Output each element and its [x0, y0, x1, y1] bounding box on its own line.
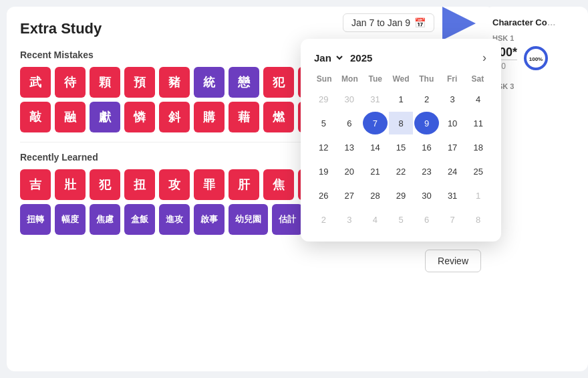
calendar-day-cell[interactable]: 16 [414, 136, 439, 159]
calendar-day-cell[interactable]: 5 [389, 208, 414, 231]
recently-learned-word[interactable]: 盒飯 [124, 204, 155, 235]
calendar-day-cell[interactable]: 18 [466, 136, 490, 159]
calendar-day-cell[interactable]: 13 [337, 136, 362, 159]
calendar-day-cell[interactable]: 3 [440, 88, 465, 110]
calendar-day-cell[interactable]: 6 [337, 112, 362, 134]
calendar-month-year: JanFebMarApr MayJunJulAug SepOctNovDec 2… [311, 52, 372, 64]
calendar-day-cell[interactable]: 12 [311, 136, 336, 159]
calendar-day-cell[interactable]: 31 [440, 184, 465, 207]
recent-mistake-char[interactable]: 購 [194, 102, 225, 132]
hsk3-label: HSK 3 [492, 82, 580, 90]
calendar-day-cell[interactable]: 11 [466, 112, 490, 134]
calendar-day-cell[interactable]: 30 [414, 184, 439, 207]
date-range-selector[interactable]: Jan 7 to Jan 9 📅 [343, 13, 434, 32]
recently-learned-char[interactable]: 壯 [55, 169, 86, 200]
calendar-day-cell[interactable]: 9 [414, 112, 439, 134]
hsk1-block: HSK 1 300* 300 100% [492, 34, 580, 72]
recently-learned-word[interactable]: 扭轉 [20, 204, 51, 235]
calendar-day-cell[interactable]: 1 [466, 184, 490, 207]
calendar-day-cell[interactable]: 19 [311, 160, 336, 183]
calendar-day-header: Fri [439, 74, 464, 84]
calendar-day-cell[interactable]: 17 [440, 136, 465, 159]
month-select[interactable]: JanFebMarApr MayJunJulAug SepOctNovDec [311, 52, 345, 64]
calendar-day-header: Mon [337, 74, 362, 84]
calendar-day-cell[interactable]: 5 [311, 112, 336, 134]
recent-mistake-char[interactable]: 顆 [90, 67, 120, 98]
calendar-day-cell[interactable]: 30 [337, 88, 362, 110]
recent-mistake-char[interactable]: 融 [55, 102, 86, 132]
calendar-next-btn[interactable]: › [478, 50, 490, 66]
calendar-day-header: Tue [363, 74, 388, 84]
calendar-day-cell[interactable]: 4 [363, 208, 388, 231]
calendar-day-header: Sat [465, 74, 490, 84]
calendar-day-cell[interactable]: 26 [311, 184, 336, 207]
recently-learned-char[interactable]: 罪 [194, 169, 225, 200]
calendar-day-cell[interactable]: 20 [337, 160, 362, 183]
recent-mistake-char[interactable]: 藉 [229, 102, 259, 132]
recently-learned-word[interactable]: 幅度 [55, 204, 86, 235]
calendar-day-cell[interactable]: 29 [311, 88, 336, 110]
recently-learned-char[interactable]: 吉 [20, 169, 51, 200]
calendar-day-cell[interactable]: 31 [363, 88, 388, 110]
recent-mistake-char[interactable]: 豬 [159, 67, 190, 98]
recent-mistake-char[interactable]: 戀 [229, 67, 259, 98]
recent-mistake-char[interactable]: 燃 [263, 102, 294, 132]
calendar-dropdown: JanFebMarApr MayJunJulAug SepOctNovDec 2… [301, 39, 501, 242]
recent-mistake-char[interactable]: 統 [194, 67, 225, 98]
recently-learned-word[interactable]: 焦慮 [90, 204, 120, 235]
recent-mistake-char[interactable]: 武 [20, 67, 51, 98]
recent-mistake-char[interactable]: 待 [55, 67, 86, 98]
calendar-day-cell[interactable]: 25 [466, 160, 490, 183]
calendar-day-cell[interactable]: 15 [389, 136, 414, 159]
calendar-grid[interactable]: 2930311234567891011121314151617181920212… [311, 88, 490, 231]
recently-learned-word[interactable]: 啟事 [194, 204, 225, 235]
recently-learned-char[interactable]: 扭 [124, 169, 155, 200]
calendar-day-header: Sun [311, 74, 337, 84]
calendar-day-cell[interactable]: 23 [414, 160, 439, 183]
recent-mistake-char[interactable]: 犯 [263, 67, 294, 98]
calendar-icon: 📅 [414, 17, 426, 28]
calendar-day-cell[interactable]: 1 [389, 88, 414, 110]
hsk3-block: HSK 3 [492, 82, 580, 90]
calendar-day-cell[interactable]: 7 [440, 208, 465, 231]
calendar-day-cell[interactable]: 3 [337, 208, 362, 231]
recently-learned-char[interactable]: 攻 [159, 169, 190, 200]
svg-text:100%: 100% [529, 56, 543, 62]
calendar-day-cell[interactable]: 28 [363, 184, 388, 207]
recent-mistake-char[interactable]: 斜 [159, 102, 190, 132]
calendar-day-cell[interactable]: 2 [414, 88, 439, 110]
recently-learned-word[interactable]: 進攻 [159, 204, 190, 235]
recently-learned-char[interactable]: 焦 [263, 169, 294, 200]
calendar-day-headers: SunMonTueWedThuFriSat [311, 74, 490, 84]
recent-mistake-char[interactable]: 預 [124, 67, 155, 98]
calendar-day-cell[interactable]: 22 [389, 160, 414, 183]
calendar-day-header: Wed [388, 74, 414, 84]
recently-learned-word[interactable]: 幼兒園 [229, 204, 268, 235]
calendar-day-cell[interactable]: 24 [440, 160, 465, 183]
date-range-text: Jan 7 to Jan 9 [351, 17, 410, 28]
hsk1-progress-circle: 100% [523, 45, 549, 72]
calendar-day-cell[interactable]: 8 [466, 208, 490, 231]
calendar-day-cell[interactable]: 8 [389, 112, 414, 134]
calendar-day-cell[interactable]: 10 [440, 112, 465, 134]
calendar-day-cell[interactable]: 21 [363, 160, 388, 183]
calendar-day-cell[interactable]: 14 [363, 136, 388, 159]
review-button[interactable]: Review [425, 250, 481, 272]
recently-learned-char[interactable]: 肝 [229, 169, 259, 200]
calendar-day-cell[interactable]: 7 [363, 112, 388, 134]
calendar-year: 2025 [350, 52, 372, 64]
recent-mistake-char[interactable]: 憐 [124, 102, 155, 132]
hsk1-label: HSK 1 [492, 34, 580, 42]
recently-learned-word[interactable]: 估計 [272, 204, 303, 235]
calendar-day-cell[interactable]: 4 [466, 88, 490, 110]
calendar-header: JanFebMarApr MayJunJulAug SepOctNovDec 2… [311, 50, 490, 66]
calendar-day-cell[interactable]: 2 [311, 208, 336, 231]
calendar-day-header: Thu [414, 74, 439, 84]
calendar-day-cell[interactable]: 29 [389, 184, 414, 207]
recent-mistake-char[interactable]: 敲 [20, 102, 51, 132]
recent-mistake-char[interactable]: 獻 [90, 102, 120, 132]
character-coverage-title: Character Co… [492, 17, 580, 27]
calendar-day-cell[interactable]: 6 [414, 208, 439, 231]
calendar-day-cell[interactable]: 27 [337, 184, 362, 207]
recently-learned-char[interactable]: 犯 [90, 169, 120, 200]
